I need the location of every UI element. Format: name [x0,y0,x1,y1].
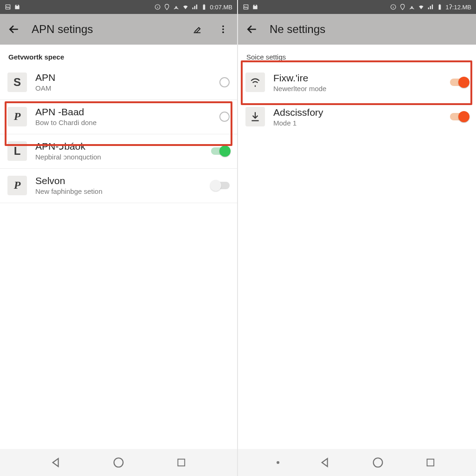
page-title: Ne settings [270,23,470,36]
app-bar: APN setings [0,14,237,45]
status-bar: 0:07.MB [0,0,237,14]
apn-sub: Nepbiral ɔnonquction [35,153,204,161]
nav-home[interactable] [112,456,126,469]
battery-icon [436,4,443,10]
svg-point-6 [222,28,224,30]
store-icon [252,4,258,10]
toggle-on[interactable] [211,147,230,155]
apn-row-3[interactable]: P Selvon New faphinbge setion [0,169,237,203]
back-button[interactable] [6,21,22,38]
page-title: APN setings [32,23,179,36]
svg-point-7 [222,32,224,33]
status-right-cluster: 1ʔ:12.MB [390,4,471,11]
square-recent-icon [176,457,186,468]
screen-apn-settings: 0:07.MB APN setings Getvwortk spece S AP… [0,0,238,476]
apn-sub: New faphinbge setion [35,187,204,195]
signal-icon [427,4,434,10]
content-area: Soice settigs Fixw.'ire Newerlteor mode … [238,45,476,449]
status-left-icons [243,4,258,10]
download-lead-icon [245,107,265,126]
svg-rect-16 [427,459,434,466]
arrow-left-icon [246,23,258,35]
apn-row-1[interactable]: P APN -Baad Bow to Chardi done [0,100,237,134]
apn-title: APN-ɔbáok [35,141,204,152]
nav-recent[interactable] [423,456,437,469]
setting-sub: Newerlteor mode [273,85,443,93]
nav-back[interactable] [318,456,332,469]
section-label: Getvwortk spece [0,45,237,66]
circle-home-icon [372,456,384,469]
svg-point-8 [114,458,123,467]
svg-rect-3 [203,5,205,9]
edit-icon [192,24,202,34]
triangle-back-icon [50,456,62,469]
info-icon [154,4,161,10]
app-bar: Ne settings [238,14,476,45]
battery-icon [201,4,207,10]
more-vert-icon [218,24,228,34]
status-time: 0:07.MB [210,4,232,11]
svg-point-2 [175,7,176,7]
setting-row-0[interactable]: Fixw.'ire Newerlteor mode [238,66,476,100]
svg-rect-4 [203,4,204,5]
apn-title: APN -Baad [35,106,204,118]
location-icon [399,4,406,10]
apn-sub: Bow to Chardi done [35,119,204,126]
apn-title: APN [35,72,204,83]
nav-back[interactable] [49,456,63,469]
apn-lead-icon: S [7,73,27,92]
svg-rect-9 [178,459,185,466]
radio-unselected[interactable] [219,112,230,122]
wifi-icon [249,76,261,88]
nav-bar [238,449,476,476]
info-icon [390,4,397,10]
svg-point-15 [373,458,383,467]
screenshot-icon [5,4,11,10]
apn-sub: OAM [35,84,204,92]
back-button[interactable] [244,21,260,38]
toggle-off[interactable] [211,182,230,189]
arrow-left-icon [8,23,20,35]
hotspot-icon [173,4,179,10]
apn-row-0[interactable]: S APN OAM [0,66,237,100]
apn-title: Selvon [35,175,204,186]
overflow-button[interactable] [215,21,231,38]
wifi-icon [418,4,424,10]
svg-point-5 [222,26,224,27]
download-icon [249,111,261,123]
toggle-on[interactable] [450,113,469,120]
radio-unselected[interactable] [219,77,230,87]
svg-rect-14 [439,4,440,5]
svg-rect-13 [438,5,441,9]
status-time: 1ʔ:12.MB [446,4,471,11]
apn-lead-icon: P [7,107,27,126]
content-area: Getvwortk spece S APN OAM P APN -Baad Bo… [0,45,237,449]
nav-dot [277,461,279,464]
toggle-on[interactable] [450,79,469,86]
hotspot-icon [409,4,415,10]
store-icon [14,4,20,10]
wifi-icon [182,4,189,10]
nav-recent[interactable] [174,456,188,469]
apn-row-2[interactable]: L APN-ɔbáok Nepbiral ɔnonquction [0,134,237,169]
setting-title: Adscissfory [273,107,443,118]
setting-sub: Mode 1 [273,119,443,127]
screenshot-icon [243,4,249,10]
status-left-icons [5,4,20,10]
nav-home[interactable] [371,456,385,469]
screen-ne-settings: 1ʔ:12.MB Ne settings Soice settigs Fixw.… [238,0,476,476]
section-label: Soice settigs [238,45,476,66]
setting-row-1[interactable]: Adscissfory Mode 1 [238,100,476,134]
square-recent-icon [425,457,436,468]
apn-lead-icon: L [7,141,27,161]
status-right-cluster: 0:07.MB [154,4,232,11]
signal-icon [192,4,198,10]
apn-lead-icon: P [7,176,27,195]
circle-home-icon [112,456,125,469]
setting-title: Fixw.'ire [273,73,443,84]
triangle-back-icon [319,456,331,469]
svg-point-12 [411,7,412,7]
wifi-lead-icon [245,73,265,92]
edit-button[interactable] [189,21,205,38]
status-bar: 1ʔ:12.MB [238,0,476,14]
